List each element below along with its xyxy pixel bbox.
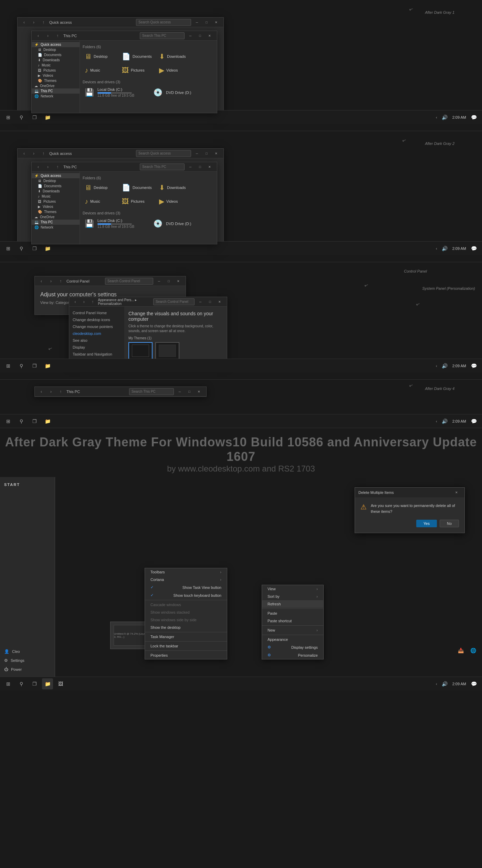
- start-2[interactable]: ⊞: [3, 243, 14, 254]
- main-fe[interactable]: 📁: [42, 678, 53, 689]
- sb-mus-2[interactable]: ♪Music: [32, 194, 80, 199]
- back-4[interactable]: ‹: [38, 388, 45, 395]
- search-tb-3[interactable]: ⚲: [16, 360, 27, 371]
- sb-vid-2[interactable]: ▶Videos: [32, 204, 80, 209]
- drive-c-2[interactable]: 💾 Local Disk (C:) 11.8 GB free of 19.5 G…: [83, 217, 146, 230]
- minimize-1[interactable]: ─: [192, 19, 201, 26]
- back-2[interactable]: ‹: [20, 150, 28, 157]
- maximize-2[interactable]: □: [202, 150, 211, 157]
- sidebar-desktop-1[interactable]: 🖥Desktop: [32, 47, 80, 52]
- maximize-thispc-1[interactable]: □: [196, 32, 205, 39]
- vol-4[interactable]: 🔊: [439, 416, 450, 427]
- pi-home[interactable]: Control Panel Home: [69, 309, 124, 316]
- person-min[interactable]: ─: [196, 298, 205, 305]
- min-4[interactable]: ─: [175, 388, 184, 395]
- ctx-taskmgr[interactable]: Task Manager: [145, 633, 227, 641]
- close-thispc-1[interactable]: ✕: [205, 32, 214, 39]
- sb-pc-2[interactable]: 💻This PC: [32, 220, 80, 225]
- pi-mouse[interactable]: Change mouse pointers: [69, 323, 124, 330]
- drive-c-1[interactable]: 💾 Local Disk (C:) 11.8 GB free of 19.5 G…: [83, 86, 146, 99]
- minimize-thispc-1[interactable]: ─: [186, 32, 195, 39]
- tv-4[interactable]: ❐: [29, 416, 40, 427]
- sb-qa-2[interactable]: ⚡Quick access: [32, 173, 80, 178]
- close-2[interactable]: ✕: [212, 150, 221, 157]
- f-mus-2[interactable]: ♪Music: [83, 196, 117, 207]
- person-back[interactable]: ‹: [72, 298, 78, 305]
- up-4[interactable]: ↑: [57, 388, 64, 395]
- start-3[interactable]: ⊞: [3, 360, 14, 371]
- person-max[interactable]: □: [206, 298, 214, 305]
- vol-3[interactable]: 🔊: [439, 360, 450, 371]
- folder-desktop-1[interactable]: 🖥Desktop: [83, 51, 117, 62]
- ctx-taskview[interactable]: ✓ Show Task View button: [145, 583, 227, 591]
- cp-search[interactable]: [105, 278, 153, 285]
- f-desk-2[interactable]: 🖥Desktop: [83, 182, 117, 193]
- start-settings[interactable]: ⚙ Settings: [0, 656, 55, 665]
- sidebar-onedrive-1[interactable]: ☁OneDrive: [32, 83, 80, 88]
- sidebar-docs-1[interactable]: 📄Documents: [32, 52, 80, 57]
- start-user[interactable]: 👤 Cleo: [0, 647, 55, 656]
- back-thispc-2[interactable]: ‹: [34, 163, 42, 170]
- vol-2[interactable]: 🔊: [439, 243, 450, 254]
- sidebar-music-1[interactable]: ♪Music: [32, 63, 80, 68]
- up-btn-1[interactable]: ↑: [40, 19, 47, 26]
- sb-od-2[interactable]: ☁OneDrive: [32, 214, 80, 220]
- no-button[interactable]: No: [440, 520, 459, 527]
- maximize-1[interactable]: □: [202, 19, 211, 26]
- dctx-appearance[interactable]: Appearance: [262, 636, 323, 643]
- ctx-toolbars[interactable]: Toolbars ›: [145, 568, 227, 576]
- dctx-paste[interactable]: Paste: [262, 610, 323, 617]
- sidebar-pics-1[interactable]: 🖼Pictures: [32, 68, 80, 73]
- search-4[interactable]: [129, 388, 174, 395]
- cp-max[interactable]: □: [164, 278, 173, 285]
- person-search[interactable]: [153, 298, 195, 305]
- ctx-lock[interactable]: Lock the taskbar: [145, 642, 227, 650]
- fe-3[interactable]: 📁: [42, 360, 53, 371]
- f-vid-2[interactable]: ▶Videos: [157, 196, 191, 207]
- search-tb-4[interactable]: ⚲: [16, 416, 27, 427]
- main-notif[interactable]: 💬: [468, 678, 479, 689]
- search-thispc-1[interactable]: [140, 32, 185, 39]
- sb-net-2[interactable]: 🌐Network: [32, 225, 80, 230]
- tv-3[interactable]: ❐: [29, 360, 40, 371]
- pi-display[interactable]: Display: [69, 344, 124, 351]
- person-fwd[interactable]: ›: [81, 298, 87, 305]
- fwd-thispc-2[interactable]: ›: [44, 163, 52, 170]
- fwd-2[interactable]: ›: [30, 150, 38, 157]
- folder-pics-1[interactable]: 🖼Pictures: [120, 65, 154, 76]
- sb-desk-2[interactable]: 🖥Desktop: [32, 178, 80, 183]
- folder-docs-1[interactable]: 📄Documents: [120, 51, 154, 62]
- main-tv[interactable]: ❐: [29, 678, 40, 689]
- close-1[interactable]: ✕: [212, 19, 221, 26]
- dialog-close[interactable]: ✕: [452, 489, 461, 496]
- sidebar-vids-1[interactable]: ▶Videos: [32, 73, 80, 78]
- minimize-2[interactable]: ─: [192, 150, 201, 157]
- yes-button[interactable]: Yes: [416, 520, 437, 527]
- max-thispc-2[interactable]: □: [196, 163, 205, 170]
- max-4[interactable]: □: [185, 388, 194, 395]
- start-power[interactable]: ⏻ Power: [0, 665, 55, 674]
- ctx-showdesktop[interactable]: Show the desktop: [145, 624, 227, 631]
- dctx-sortby[interactable]: Sort by ›: [262, 593, 323, 600]
- cp-up[interactable]: ↑: [57, 278, 64, 285]
- start-4[interactable]: ⊞: [3, 416, 14, 427]
- search-thispc-2[interactable]: [140, 163, 185, 170]
- theme-preview-1[interactable]: [128, 342, 153, 359]
- fwd-btn-1[interactable]: ›: [30, 19, 38, 26]
- sidebar-network-1[interactable]: 🌐Network: [32, 94, 80, 99]
- fe-2[interactable]: 📁: [42, 243, 53, 254]
- tv-2[interactable]: ❐: [29, 243, 40, 254]
- sb-pic-2[interactable]: 🖼Pictures: [32, 199, 80, 204]
- notif-4[interactable]: 💬: [468, 416, 479, 427]
- pi-taskbar[interactable]: Taskbar and Navigation: [69, 351, 124, 358]
- pi-icons[interactable]: Change desktop icons: [69, 316, 124, 323]
- ctx-cortana[interactable]: Cortana ›: [145, 576, 227, 583]
- close-thispc-2[interactable]: ✕: [205, 163, 214, 170]
- theme-preview-2[interactable]: [155, 342, 179, 359]
- sb-dl-2[interactable]: ⬇Downloads: [32, 189, 80, 194]
- folder-music-1[interactable]: ♪Music: [83, 65, 117, 76]
- taskview-btn-1[interactable]: ❐: [29, 112, 40, 123]
- ctx-properties[interactable]: Properties: [145, 652, 227, 659]
- f-pic-2[interactable]: 🖼Pictures: [120, 196, 154, 207]
- fe-4[interactable]: 📁: [42, 416, 53, 427]
